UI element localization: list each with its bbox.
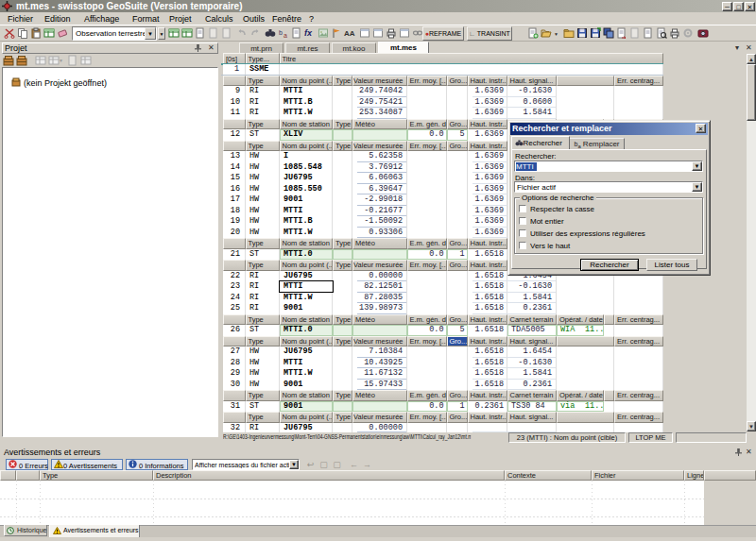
svg-text:a: a: [284, 32, 287, 39]
svg-text:b: b: [279, 29, 283, 36]
